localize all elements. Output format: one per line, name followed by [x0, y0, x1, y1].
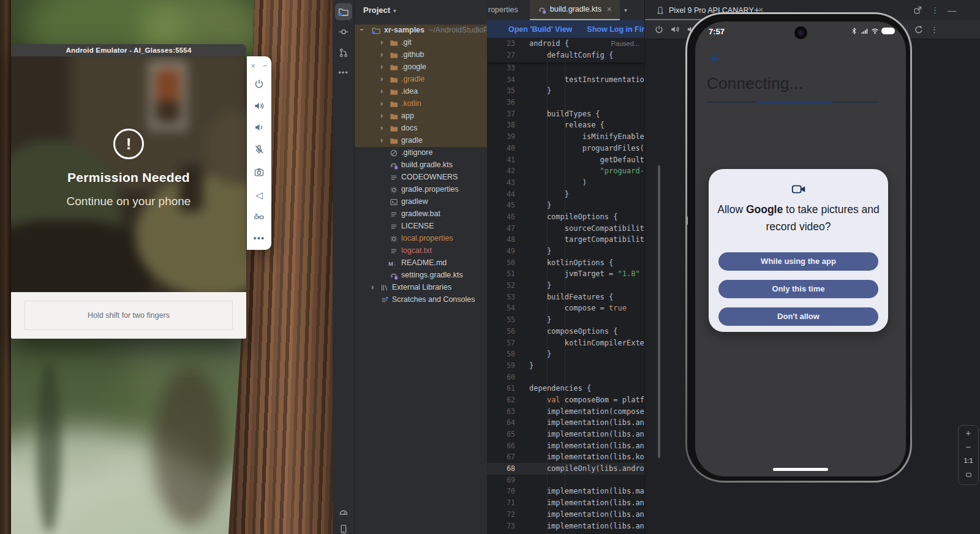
dont-allow-button[interactable]: Don't allow	[718, 307, 878, 326]
alert-icon: !	[113, 129, 144, 159]
show-log-link[interactable]: Show Log in Finder	[587, 25, 644, 34]
wifi-icon	[871, 27, 879, 35]
tab-gradle-properties[interactable]: roperties	[488, 0, 518, 20]
tree-item-gradlew[interactable]: gradlew	[355, 196, 487, 208]
toolbar-more-icon[interactable]: ⋮	[929, 24, 940, 35]
tree-item-logcat[interactable]: logcat.txt	[355, 245, 487, 257]
emulator-toolbar: ×− ◁ •••	[247, 56, 271, 250]
signal-icon	[861, 27, 869, 35]
minimize-icon[interactable]: −	[263, 61, 268, 70]
hide-panel-icon[interactable]: —	[948, 6, 956, 15]
folder-icon	[390, 51, 398, 59]
actual-size-button[interactable]: 1:1	[959, 454, 978, 468]
power-icon[interactable]	[254, 78, 265, 89]
open-build-view-link[interactable]: Open 'Build' View	[508, 25, 572, 34]
tree-item-google[interactable]: ›.google	[355, 61, 487, 73]
close-tab-icon[interactable]: ✕	[606, 0, 612, 20]
more-icon[interactable]: •••	[254, 233, 265, 243]
panel-scrollbar[interactable]	[658, 165, 660, 458]
open-in-window-icon[interactable]	[913, 6, 922, 15]
profiler-tool-icon[interactable]	[338, 506, 349, 517]
device-bezel: 7:57 Connecting... A	[687, 14, 910, 481]
chevron-right-icon[interactable]: ›	[380, 111, 383, 120]
chevron-right-icon[interactable]: ›	[380, 135, 383, 145]
tree-item-build-gradle[interactable]: build.gradle.kts	[355, 159, 487, 171]
status-time: 7:57	[709, 27, 725, 36]
tree-item-idea[interactable]: ›.idea	[355, 86, 487, 98]
tree-item-gradle-properties[interactable]: gradle.properties	[355, 184, 487, 196]
folder-icon	[390, 63, 398, 72]
chevron-expanded-icon[interactable]: ›	[358, 28, 367, 31]
tree-item-scratches[interactable]: Scratches and Consoles	[355, 294, 487, 306]
tree-item-github[interactable]: ›.github	[355, 49, 487, 61]
zoom-out-button[interactable]: −	[959, 440, 978, 454]
tree-item-external-libraries[interactable]: ›External Libraries	[355, 282, 487, 294]
tab-build-gradle-kts[interactable]: build.gradle.kts ✕	[530, 0, 620, 20]
tree-item-gradlew-bat[interactable]: gradlew.bat	[355, 208, 487, 220]
mic-off-icon[interactable]	[254, 144, 265, 155]
zoom-in-button[interactable]: +	[959, 426, 978, 440]
more-tool-windows-icon[interactable]: •••	[338, 68, 349, 77]
chevron-right-icon[interactable]: ›	[380, 62, 383, 71]
volume-up-icon[interactable]	[254, 100, 265, 111]
project-panel-header[interactable]: Project▾	[363, 0, 396, 21]
tree-item-license[interactable]: LICENSE	[355, 220, 487, 233]
tree-item-local-properties[interactable]: local.properties	[355, 233, 487, 245]
project-panel: Project▾ › xr-samples~/AndroidStudioProj…	[355, 0, 487, 534]
gesture-bar[interactable]	[773, 468, 828, 471]
while-using-app-button[interactable]: While using the app	[718, 252, 878, 271]
tree-item-git[interactable]: ›.git	[355, 37, 487, 49]
tree-item-gradle-wrapper[interactable]: ›gradle	[355, 135, 487, 147]
chevron-right-icon[interactable]: ›	[380, 37, 383, 47]
device-manager-tool-icon[interactable]	[338, 524, 349, 534]
fit-to-window-icon[interactable]	[965, 471, 973, 479]
commit-tool-icon[interactable]	[338, 27, 349, 37]
folder-icon	[390, 124, 398, 133]
text-file-icon	[390, 247, 398, 255]
only-this-time-button[interactable]: Only this time	[718, 280, 878, 298]
editor: roperties build.gradle.kts ✕ ▾ Open 'Bui…	[487, 0, 644, 534]
volume-down-icon[interactable]	[254, 122, 265, 133]
tree-item-gradle-dir[interactable]: ›.gradle	[355, 73, 487, 86]
device-screen[interactable]: 7:57 Connecting... A	[695, 21, 906, 476]
chevron-right-icon[interactable]: ›	[380, 74, 383, 83]
volume-up-icon[interactable]	[669, 24, 680, 35]
tree-item-settings-gradle[interactable]: settings.gradle.kts	[355, 269, 487, 282]
project-tool-icon[interactable]	[335, 3, 352, 20]
tree-item-readme[interactable]: M↓README.md	[355, 257, 487, 269]
desktop: Android Emulator - AI_Glasses:5554 ! Per…	[0, 0, 980, 534]
chevron-right-icon[interactable]: ›	[380, 99, 383, 108]
tree-item-docs[interactable]: ›docs	[355, 122, 487, 135]
front-camera	[794, 26, 807, 39]
text-file-icon	[390, 222, 398, 231]
chevron-right-icon[interactable]: ›	[380, 123, 383, 132]
glasses-icon[interactable]	[254, 211, 265, 222]
chevron-right-icon[interactable]: ›	[380, 86, 383, 96]
code-area[interactable]: 3334 testInstrumentationR35 }3637 buildT…	[487, 62, 644, 534]
emulator-title-bar[interactable]: Android Emulator - AI_Glasses:5554	[11, 44, 246, 56]
hidden-tabs-icon[interactable]: ▾	[624, 0, 627, 20]
progress-bar	[707, 101, 879, 103]
emulator-window: Android Emulator - AI_Glasses:5554 ! Per…	[11, 44, 246, 339]
tree-item-root[interactable]: › xr-samples~/AndroidStudioProje	[355, 24, 487, 37]
back-icon[interactable]: ◁	[255, 190, 263, 200]
text-file-icon	[390, 173, 398, 182]
device-icon	[656, 6, 665, 15]
chevron-right-icon[interactable]: ›	[380, 50, 383, 59]
tree-item-codeowners[interactable]: CODEOWNERS	[355, 171, 487, 184]
tree-item-kotlin[interactable]: ›.kotlin	[355, 98, 487, 110]
folder-icon	[390, 137, 398, 145]
camera-icon[interactable]	[254, 167, 265, 178]
chevron-right-icon[interactable]: ›	[371, 282, 374, 291]
emulator-screen[interactable]: ! Permission Needed Continue on your pho…	[11, 56, 246, 292]
properties-file-icon	[390, 235, 398, 243]
pull-requests-tool-icon[interactable]	[338, 48, 349, 58]
panel-options-icon[interactable]: ⋮	[931, 6, 939, 15]
tree-item-gitignore[interactable]: .gitignore	[355, 147, 487, 159]
device-frame: 7:57 Connecting... A	[685, 12, 912, 483]
close-icon[interactable]: ×	[251, 61, 259, 70]
tree-item-app[interactable]: ›app	[355, 110, 487, 122]
running-devices-panel: Pixel 9 Pro API CANARY ✕ + ⋮ —	[644, 0, 980, 534]
power-icon[interactable]	[654, 24, 664, 35]
reset-icon[interactable]	[913, 24, 924, 35]
